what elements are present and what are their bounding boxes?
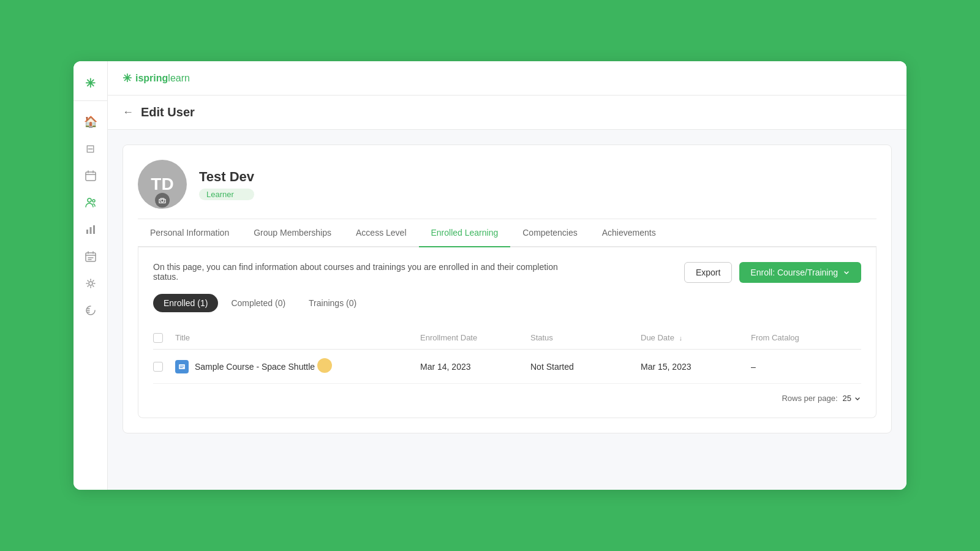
logo-area: ✳ ispringlearn xyxy=(123,72,190,85)
content-area: TD Test Dev Learner Message xyxy=(108,130,907,490)
user-details: Test Dev Learner xyxy=(199,169,254,200)
sub-tab-completed[interactable]: Completed (0) xyxy=(221,294,296,312)
sidebar-item-reports[interactable] xyxy=(80,219,102,241)
sub-tab-trainings[interactable]: Trainings (0) xyxy=(298,294,367,312)
sidebar-item-home[interactable]: 🏠 xyxy=(80,111,102,133)
enrollment-date: Mar 14, 2023 xyxy=(420,362,530,372)
rows-per-page-selector[interactable]: 25 xyxy=(843,394,861,403)
tab-group-memberships[interactable]: Group Memberships xyxy=(241,219,344,247)
back-button[interactable]: ← xyxy=(123,106,134,119)
info-text: On this page, you can find information a… xyxy=(153,262,570,282)
top-bar: ✳ ispringlearn xyxy=(108,61,907,96)
tabs-container: Personal Information Group Memberships A… xyxy=(138,219,876,247)
svg-rect-10 xyxy=(179,364,185,369)
logo-brand-icon: ✳ xyxy=(123,72,132,85)
sub-tab-enrolled[interactable]: Enrolled (1) xyxy=(153,294,218,312)
svg-point-2 xyxy=(92,200,95,202)
table-header: Title Enrollment Date Status Due Date ↓ … xyxy=(153,327,861,350)
logo-text: ispringlearn xyxy=(135,73,190,84)
svg-point-7 xyxy=(89,282,92,285)
header-enrollment-date: Enrollment Date xyxy=(420,333,530,343)
sidebar-item-settings[interactable] xyxy=(80,299,102,321)
table-row: Sample Course - Space Shuttle Mar 14, 20… xyxy=(153,350,861,384)
logo-icon: ✳ xyxy=(85,76,96,91)
tab-personal-information[interactable]: Personal Information xyxy=(138,219,241,247)
export-button[interactable]: Export xyxy=(684,262,732,283)
header-title: Title xyxy=(175,333,420,343)
course-icon xyxy=(175,360,189,373)
header-status: Status xyxy=(530,333,641,343)
tab-achievements[interactable]: Achievements xyxy=(590,219,668,247)
table-container: Title Enrollment Date Status Due Date ↓ … xyxy=(153,327,861,384)
rows-per-page-label: Rows per page: xyxy=(782,394,837,403)
course-title[interactable]: Sample Course - Space Shuttle xyxy=(195,362,315,372)
tab-content: On this page, you can find information a… xyxy=(138,247,876,418)
status: Not Started xyxy=(530,362,641,372)
user-info: TD Test Dev Learner xyxy=(138,160,876,209)
user-name: Test Dev xyxy=(199,169,254,185)
due-date: Mar 15, 2023 xyxy=(641,362,751,372)
sidebar-logo: ✳ xyxy=(74,71,107,101)
page-title: Edit User xyxy=(141,105,195,119)
sidebar-item-calendar[interactable] xyxy=(80,165,102,187)
sub-tabs: Enrolled (1) Completed (0) Trainings (0) xyxy=(153,294,861,312)
tab-enrolled-learning[interactable]: Enrolled Learning xyxy=(419,219,511,247)
header-checkbox[interactable] xyxy=(153,333,175,343)
svg-point-1 xyxy=(88,198,91,202)
row-checkbox[interactable] xyxy=(153,362,175,372)
header-due-date[interactable]: Due Date ↓ xyxy=(641,333,751,343)
user-card: TD Test Dev Learner Message xyxy=(123,144,892,433)
svg-rect-5 xyxy=(93,225,95,234)
page-header: ← Edit User xyxy=(108,96,907,130)
svg-point-8 xyxy=(161,199,164,202)
svg-rect-6 xyxy=(86,253,96,261)
rows-per-page: Rows per page: 25 xyxy=(153,394,861,403)
from-catalog: – xyxy=(751,362,861,372)
sidebar-item-catalog[interactable]: ⊟ xyxy=(80,138,102,160)
enroll-button[interactable]: Enroll: Course/Training xyxy=(739,262,861,283)
sidebar-item-automation[interactable] xyxy=(80,272,102,294)
course-title-cell: Sample Course - Space Shuttle xyxy=(175,358,420,375)
svg-rect-4 xyxy=(89,227,91,234)
tab-competencies[interactable]: Competencies xyxy=(510,219,590,247)
header-from-catalog: From Catalog xyxy=(751,333,861,343)
main-content: ✳ ispringlearn ← Edit User TD xyxy=(108,61,907,490)
svg-rect-0 xyxy=(86,172,96,181)
user-role-badge: Learner xyxy=(199,189,254,200)
tab-access-level[interactable]: Access Level xyxy=(344,219,418,247)
svg-rect-3 xyxy=(86,230,88,234)
avatar-wrapper: TD xyxy=(138,160,187,209)
sidebar-item-schedule[interactable] xyxy=(80,246,102,268)
sidebar: ✳ 🏠 ⊟ xyxy=(74,61,108,490)
sort-icon: ↓ xyxy=(679,334,683,342)
avatar-camera-button[interactable] xyxy=(155,193,170,208)
sidebar-item-users[interactable] xyxy=(80,192,102,214)
